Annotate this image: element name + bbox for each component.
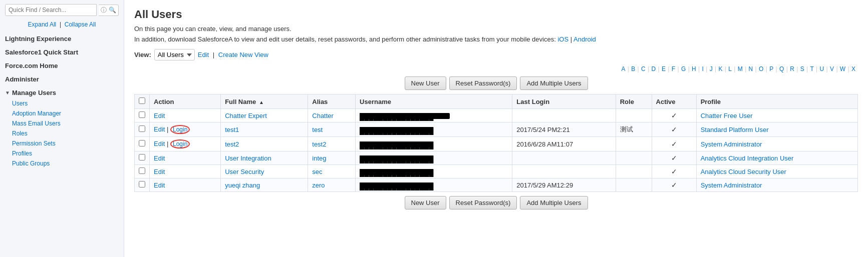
alpha-letter-f[interactable]: F — [672, 66, 675, 72]
alpha-letter-g[interactable]: G — [681, 66, 686, 72]
users-link[interactable]: Users — [12, 100, 28, 107]
profiles-link[interactable]: Profiles — [12, 150, 32, 157]
alpha-letter-w[interactable]: W — [840, 66, 845, 72]
profile-link[interactable]: System Administrator — [701, 140, 762, 148]
ios-link[interactable]: iOS — [557, 36, 568, 43]
edit-link[interactable]: Edit — [154, 126, 165, 133]
alpha-letter-p[interactable]: P — [769, 66, 773, 72]
alpha-letter-m[interactable]: M — [738, 66, 743, 72]
collapse-all-link[interactable]: Collapse All — [65, 21, 96, 28]
row-checkbox[interactable] — [139, 126, 145, 132]
edit-link[interactable]: Edit — [154, 112, 165, 120]
profile-link[interactable]: Chatter Free User — [701, 112, 753, 120]
row-checkbox[interactable] — [139, 181, 145, 188]
profile-link[interactable]: System Administrator — [701, 182, 762, 189]
alias-link[interactable]: sec — [312, 168, 322, 176]
profile-link[interactable]: Standard Platform User — [701, 126, 769, 134]
reset-passwords-button-bottom[interactable]: Reset Password(s) — [449, 196, 517, 210]
alpha-letter-c[interactable]: C — [641, 66, 646, 72]
administer-title: Administer — [0, 72, 124, 85]
new-user-button-bottom[interactable]: New User — [405, 196, 446, 210]
profile-link[interactable]: Analytics Cloud Security User — [701, 168, 786, 176]
alpha-letter-q[interactable]: Q — [779, 66, 784, 72]
manage-users-group[interactable]: ▼ Manage Users — [0, 85, 124, 98]
alpha-letter-d[interactable]: D — [652, 66, 656, 72]
fullname-link[interactable]: test1 — [225, 126, 239, 134]
row-checkbox[interactable] — [139, 154, 145, 160]
alpha-letter-i[interactable]: I — [702, 66, 704, 72]
fullname-link[interactable]: yueqi zhang — [225, 182, 260, 189]
sidebar-item-permission-sets[interactable]: Permission Sets — [0, 138, 124, 148]
reset-passwords-button[interactable]: Reset Password(s) — [449, 76, 517, 90]
sidebar-item-profiles[interactable]: Profiles — [0, 148, 124, 158]
adoption-link[interactable]: Adoption Manager — [12, 110, 61, 117]
fullname-link[interactable]: User Security — [225, 168, 264, 176]
fullname-link[interactable]: User Integration — [225, 154, 271, 162]
login-link[interactable]: Login — [170, 140, 190, 148]
add-multiple-users-button[interactable]: Add Multiple Users — [520, 76, 588, 90]
alpha-letter-x[interactable]: X — [851, 66, 855, 72]
select-all-checkbox[interactable] — [139, 98, 145, 104]
fullname-link[interactable]: test2 — [225, 140, 239, 148]
android-link[interactable]: Android — [573, 36, 596, 43]
alpha-letter-j[interactable]: J — [710, 66, 713, 72]
new-user-button[interactable]: New User — [405, 76, 446, 90]
sidebar-item-users[interactable]: Users — [0, 98, 124, 108]
manage-users-label: Manage Users — [12, 89, 56, 96]
create-view-link[interactable]: Create New View — [218, 51, 268, 58]
last-login-cell — [512, 109, 616, 122]
alpha-letter-t[interactable]: T — [810, 66, 813, 72]
mass-email-link[interactable]: Mass Email Users — [12, 120, 61, 127]
alpha-letter-s[interactable]: S — [800, 66, 804, 72]
alpha-sep: | — [774, 66, 779, 72]
alpha-letter-k[interactable]: K — [719, 66, 723, 72]
search-input[interactable] — [5, 4, 97, 16]
action-cell: Edit — [150, 178, 221, 192]
redacted-username: ████████████████ — [360, 142, 433, 148]
alias-cell: test — [308, 122, 356, 137]
permission-sets-link[interactable]: Permission Sets — [12, 140, 56, 147]
alias-link[interactable]: test2 — [312, 140, 326, 148]
alpha-nav: A | B | C | D | E | F | G | H | I | J | … — [134, 66, 858, 72]
row-checkbox[interactable] — [139, 112, 145, 118]
help-icon[interactable]: ⓘ — [101, 6, 107, 14]
active-cell: ✓ — [652, 122, 696, 137]
row-checkbox[interactable] — [139, 140, 145, 146]
alpha-letter-v[interactable]: V — [830, 66, 834, 72]
public-groups-link[interactable]: Public Groups — [12, 160, 50, 167]
search-icon[interactable]: 🔍 — [109, 6, 116, 14]
fullname-link[interactable]: Chatter Expert — [225, 112, 267, 120]
alpha-letter-o[interactable]: O — [759, 66, 763, 72]
alias-link[interactable]: test — [312, 126, 323, 134]
expand-icon: ▼ — [5, 90, 10, 96]
alpha-letter-l[interactable]: L — [728, 66, 732, 72]
profile-link[interactable]: Analytics Cloud Integration User — [701, 154, 794, 162]
alpha-letter-a[interactable]: A — [621, 66, 625, 72]
sidebar-item-adoption[interactable]: Adoption Manager — [0, 108, 124, 118]
alpha-letter-h[interactable]: H — [692, 66, 696, 72]
page-desc1: On this page you can create, view, and m… — [134, 25, 858, 32]
alias-link[interactable]: integ — [312, 154, 326, 162]
alias-link[interactable]: zero — [312, 182, 325, 189]
alpha-letter-b[interactable]: B — [631, 66, 635, 72]
sidebar-item-mass-email[interactable]: Mass Email Users — [0, 118, 124, 128]
edit-link[interactable]: Edit — [154, 168, 165, 176]
edit-view-link[interactable]: Edit — [198, 51, 209, 58]
edit-link[interactable]: Edit — [154, 182, 165, 189]
alpha-letter-r[interactable]: R — [790, 66, 794, 72]
view-select[interactable]: All Users — [154, 49, 195, 60]
alpha-letter-u[interactable]: U — [820, 66, 824, 72]
login-link[interactable]: Login — [170, 125, 190, 134]
row-checkbox[interactable] — [139, 168, 145, 174]
profile-cell: Standard Platform User — [696, 122, 857, 137]
expand-all-link[interactable]: Expand All — [28, 21, 57, 28]
sidebar-item-roles[interactable]: Roles — [0, 128, 124, 138]
roles-link[interactable]: Roles — [12, 130, 28, 137]
edit-link[interactable]: Edit — [154, 154, 165, 162]
add-multiple-users-button-bottom[interactable]: Add Multiple Users — [520, 196, 588, 210]
alpha-letter-n[interactable]: N — [749, 66, 753, 72]
alias-link[interactable]: Chatter — [312, 112, 334, 120]
edit-link[interactable]: Edit — [154, 140, 165, 148]
sidebar-item-public-groups[interactable]: Public Groups — [0, 158, 124, 168]
alpha-letter-e[interactable]: E — [662, 66, 666, 72]
